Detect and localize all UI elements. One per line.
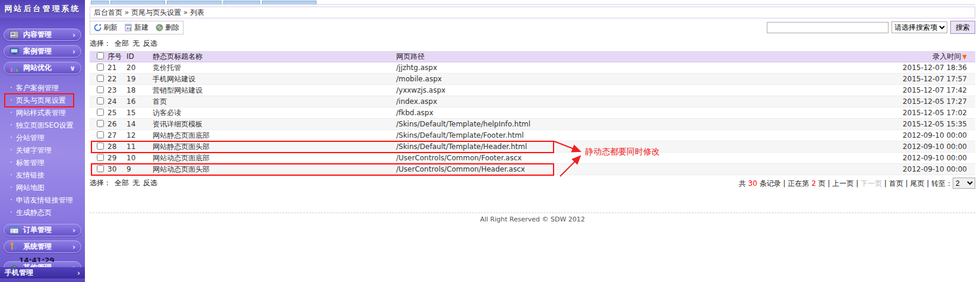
table-header-row: 序号 ID 静态页标题名称 网页路径 录入时间▼ xyxy=(90,51,975,62)
row-checkbox[interactable] xyxy=(97,131,104,138)
sidebar-item-link[interactable]: ·网站地图 xyxy=(10,182,85,194)
select-all-checkbox[interactable] xyxy=(97,52,104,59)
pagination-separator: | xyxy=(826,179,833,188)
bullet-icon: · xyxy=(10,196,12,204)
search-field-select[interactable]: 请选择搜索项 xyxy=(892,21,947,33)
app-root: 网站后台管理系统 内容管理›案例管理›网站优化∨ ·客户案例管理·页头与页尾设置… xyxy=(0,0,980,282)
row-title[interactable]: 营销型网站建设 xyxy=(153,85,396,96)
row-id: 12 xyxy=(127,131,153,140)
create-button[interactable]: 新建 xyxy=(125,23,148,33)
breadcrumb-separator: » xyxy=(122,8,131,17)
row-title[interactable]: 网站静态页面底部 xyxy=(153,131,396,141)
chevron-right-icon: › xyxy=(72,226,75,235)
chevron-right-icon: › xyxy=(72,243,75,251)
row-checkbox[interactable] xyxy=(97,165,104,172)
tab-strip xyxy=(90,1,975,5)
row-title[interactable]: 网站静态页面头部 xyxy=(153,142,396,152)
search-input[interactable] xyxy=(767,22,889,33)
bullet-icon: · xyxy=(10,208,12,217)
search-button[interactable]: 搜索 xyxy=(950,21,975,34)
tab-strip-segment[interactable] xyxy=(91,1,109,4)
first-page-link[interactable]: 首页 xyxy=(889,179,903,188)
select-label: 选择： xyxy=(90,39,111,47)
row-path: /Skins/Default/Template/Footer.html xyxy=(396,131,886,140)
row-title[interactable]: 网站动态页面头部 xyxy=(153,164,396,175)
sidebar-item-link[interactable]: ·申请友情链接管理 xyxy=(10,194,85,207)
sidebar-item-link[interactable]: ·网站样式表管理 xyxy=(10,107,85,119)
goto-label: 转至： xyxy=(931,179,953,188)
select-option[interactable]: 无 xyxy=(132,39,140,47)
row-checkbox-cell xyxy=(90,109,108,118)
select-option[interactable]: 反选 xyxy=(143,39,157,47)
select-option[interactable]: 全部 xyxy=(115,179,129,187)
row-title[interactable]: 手机网站建设 xyxy=(153,74,396,84)
pagination-separator: | xyxy=(781,179,788,188)
tab-strip-segment[interactable] xyxy=(223,1,260,4)
sidebar-top-menus: 内容管理›案例管理›网站优化∨ xyxy=(0,18,85,74)
case-icon xyxy=(10,47,20,56)
row-checkbox[interactable] xyxy=(97,120,104,127)
table-row: 2811网站静态页面头部/Skins/Default/Template/Head… xyxy=(90,141,975,153)
sidebar-menu-system[interactable]: 系统管理› xyxy=(4,240,81,253)
sidebar-menu-content[interactable]: 内容管理› xyxy=(4,28,81,41)
table-row: 309网站动态页面头部/UserControls/Common/Header.a… xyxy=(90,164,975,175)
row-checkbox-cell xyxy=(90,97,108,106)
sidebar-item-link[interactable]: ·标签管理 xyxy=(10,157,85,169)
last-page-link[interactable]: 尾页 xyxy=(910,179,924,188)
tab-strip-segment[interactable] xyxy=(262,1,317,4)
delete-button[interactable]: 删除 xyxy=(156,23,179,33)
row-path: /yxxwzjs.aspx xyxy=(396,86,886,94)
row-id: 11 xyxy=(127,142,153,151)
breadcrumb-item[interactable]: 后台首页 xyxy=(94,8,122,17)
row-checkbox[interactable] xyxy=(97,97,104,104)
sidebar-item-label: 客户案例管理 xyxy=(16,84,59,92)
row-title[interactable]: 访客必读 xyxy=(153,108,396,118)
goto-page-select[interactable]: 2 xyxy=(953,178,975,189)
sidebar-item-link[interactable]: ·客户案例管理 xyxy=(10,82,85,94)
col-header-path[interactable]: 网页路径 xyxy=(396,52,886,62)
table-row: 2712网站静态页面底部/Skins/Default/Template/Foot… xyxy=(90,130,975,141)
row-title[interactable]: 网站动态页面底部 xyxy=(153,153,396,163)
sidebar-item-label: 手机管理 xyxy=(5,268,33,278)
row-title[interactable]: 竞价托管 xyxy=(153,63,396,73)
sort-desc-icon[interactable]: ▼ xyxy=(962,53,967,60)
row-checkbox[interactable] xyxy=(97,109,104,116)
col-header-title[interactable]: 静态页标题名称 xyxy=(153,52,396,62)
sidebar-item-active[interactable]: ·页头与页尾设置 xyxy=(10,94,85,107)
tab-strip-segment[interactable] xyxy=(167,1,222,4)
row-checkbox[interactable] xyxy=(97,64,104,71)
row-checkbox[interactable] xyxy=(97,142,104,150)
row-checkbox-cell xyxy=(90,86,108,95)
row-id: 15 xyxy=(127,109,153,117)
prev-page-link[interactable]: 上一页 xyxy=(832,179,853,188)
tab-strip-segment[interactable] xyxy=(110,1,165,4)
select-option[interactable]: 反选 xyxy=(143,179,157,187)
sidebar-menu-chart[interactable]: 网站优化∨ xyxy=(4,62,81,74)
select-option[interactable]: 全部 xyxy=(115,39,129,47)
row-title[interactable]: 资讯详细页模板 xyxy=(153,119,396,129)
col-header-index[interactable]: 序号 xyxy=(108,52,127,62)
refresh-button[interactable]: 刷新 xyxy=(94,23,118,33)
row-checkbox[interactable] xyxy=(97,86,104,93)
row-checkbox[interactable] xyxy=(97,75,104,82)
sidebar-menu-case[interactable]: 案例管理› xyxy=(4,45,81,58)
sidebar-item-mobile[interactable]: 手机管理 › xyxy=(0,267,85,278)
sidebar-item-link[interactable]: ·生成静态页 xyxy=(10,207,85,219)
row-title[interactable]: 首页 xyxy=(153,97,396,107)
sidebar-item-link[interactable]: ·独立页面SEO设置 xyxy=(10,119,85,132)
sidebar-menu-order[interactable]: 订单管理› xyxy=(4,224,81,236)
row-time: 2012-09-10 00:00 xyxy=(886,165,975,173)
col-header-id[interactable]: ID xyxy=(127,52,153,61)
sidebar-item-link[interactable]: ·关键字管理 xyxy=(10,144,85,157)
sidebar-item-link[interactable]: ·分站管理 xyxy=(10,132,85,144)
row-checkbox[interactable] xyxy=(97,154,104,161)
row-checkbox-cell xyxy=(90,165,108,174)
table-row: 2219手机网站建设/mobile.aspx2015-12-07 17:57 xyxy=(90,74,975,85)
row-index: 29 xyxy=(108,154,127,162)
sidebar-item-link[interactable]: ·友情链接 xyxy=(10,169,85,182)
select-option[interactable]: 无 xyxy=(132,179,140,187)
row-id: 9 xyxy=(127,165,153,173)
table-row: 2120竞价托管/jjzhtg.aspx2015-12-07 18:36 xyxy=(90,62,975,74)
col-header-time[interactable]: 录入时间▼ xyxy=(886,52,975,62)
breadcrumb-item[interactable]: 页尾与页头设置 xyxy=(131,8,181,17)
